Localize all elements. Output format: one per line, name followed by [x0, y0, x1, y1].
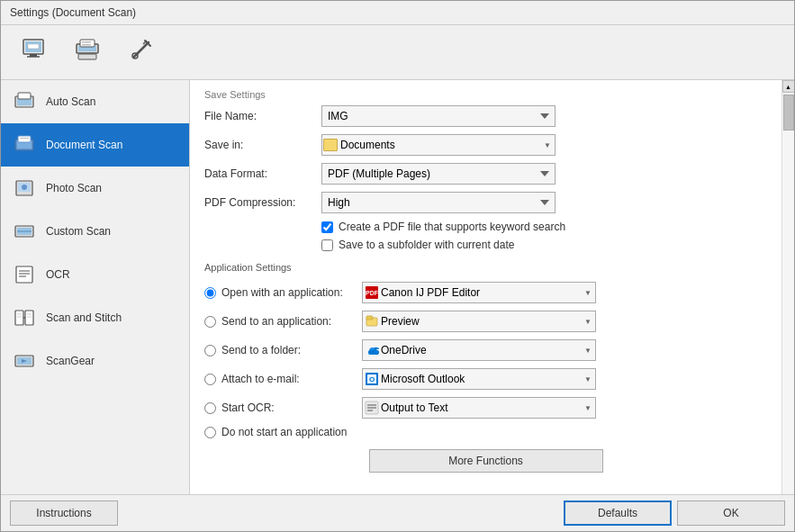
send-to-app-container[interactable]: Preview: [362, 311, 596, 332]
start-ocr-radio[interactable]: [204, 402, 216, 414]
file-name-select[interactable]: IMG: [321, 105, 556, 127]
more-functions-button[interactable]: More Functions: [369, 449, 603, 473]
tools-icon: [129, 37, 154, 68]
content-area: Save Settings File Name: IMG Save in: Do…: [190, 80, 781, 494]
save-in-container[interactable]: Documents: [321, 134, 556, 156]
keyword-search-checkbox[interactable]: [321, 221, 333, 233]
custom-scan-label: Custom Scan: [46, 225, 111, 238]
send-to-folder-radio[interactable]: [204, 345, 216, 356]
send-to-folder-label[interactable]: Send to a folder:: [221, 344, 357, 356]
start-ocr-select[interactable]: Output to Text: [381, 398, 595, 418]
save-in-row: Save in: Documents: [204, 134, 767, 156]
auto-scan-icon: [12, 89, 37, 114]
svg-line-11: [134, 42, 149, 57]
instructions-button[interactable]: Instructions: [10, 500, 118, 526]
attach-email-container[interactable]: O Microsoft Outlook: [362, 368, 596, 390]
radio-open-with-row: Open with an application: PDF Canon IJ P…: [204, 282, 767, 303]
sidebar-item-scan-and-stitch[interactable]: Scan and Stitch: [1, 296, 189, 339]
scrollbar-up-button[interactable]: ▲: [782, 80, 795, 93]
radio-send-to-app-row: Send to an application: Preview: [204, 311, 767, 332]
no-app-label[interactable]: Do not start an application: [221, 426, 357, 438]
open-with-label[interactable]: Open with an application:: [221, 286, 357, 299]
open-with-select[interactable]: Canon IJ PDF Editor: [381, 283, 595, 302]
radio-send-to-folder-row: Send to a folder: OneDrive: [204, 339, 767, 361]
sidebar-item-document-scan[interactable]: Document Scan: [1, 123, 189, 167]
file-name-row: File Name: IMG: [204, 105, 767, 127]
svg-rect-7: [80, 40, 95, 47]
file-name-label: File Name:: [204, 110, 321, 122]
svg-rect-9: [82, 44, 91, 46]
start-ocr-label[interactable]: Start OCR:: [221, 401, 357, 414]
send-to-app-label[interactable]: Send to an application:: [221, 315, 357, 328]
send-to-app-select[interactable]: Preview: [381, 311, 595, 331]
documents-icon: [322, 135, 340, 155]
keyword-search-label[interactable]: Create a PDF file that supports keyword …: [339, 221, 565, 233]
monitor-icon: [21, 37, 46, 68]
photo-scan-icon: [12, 176, 37, 201]
outlook-icon: O: [363, 369, 381, 389]
scan-and-stitch-label: Scan and Stitch: [46, 311, 122, 324]
ocr-label: OCR: [46, 268, 70, 281]
app-settings-title: Application Settings: [204, 262, 767, 273]
toolbar: [1, 25, 794, 80]
attach-email-radio[interactable]: [204, 374, 216, 385]
scan-stitch-icon: [12, 305, 37, 330]
sidebar-item-ocr[interactable]: OCR: [1, 253, 189, 296]
window-title: Settings (Document Scan): [10, 6, 136, 19]
tab-auto-button[interactable]: [8, 29, 59, 76]
data-format-select[interactable]: PDF (Multiple Pages): [321, 163, 556, 185]
send-to-app-radio[interactable]: [204, 316, 216, 328]
subfolder-date-checkbox[interactable]: [321, 239, 333, 251]
title-bar: Settings (Document Scan): [1, 1, 794, 25]
svg-rect-8: [82, 41, 91, 43]
main-window: Settings (Document Scan): [0, 0, 795, 532]
save-in-label: Save in:: [204, 139, 321, 151]
svg-rect-21: [20, 138, 29, 139]
document-scan-icon: [12, 132, 37, 158]
pdf-compression-row: PDF Compression: High Standard Low: [204, 192, 767, 213]
send-to-folder-select[interactable]: OneDrive: [381, 340, 595, 360]
svg-rect-4: [28, 44, 39, 49]
document-scan-label: Document Scan: [46, 139, 122, 151]
open-with-container[interactable]: PDF Canon IJ PDF Editor: [362, 282, 596, 303]
scangear-label: ScanGear: [46, 355, 95, 367]
start-ocr-container[interactable]: Output to Text: [362, 397, 596, 419]
sidebar-item-auto-scan[interactable]: Auto Scan: [1, 80, 189, 123]
attach-email-select[interactable]: Microsoft Outlook: [381, 369, 595, 389]
no-app-radio[interactable]: [204, 427, 216, 438]
subfolder-date-label[interactable]: Save to a subfolder with current date: [339, 239, 514, 251]
checkbox-keyword-search-row: Create a PDF file that supports keyword …: [321, 221, 767, 233]
save-in-select[interactable]: Documents: [340, 135, 555, 155]
svg-text:PDF: PDF: [366, 290, 379, 296]
ok-button[interactable]: OK: [677, 500, 785, 526]
scanner-icon: [75, 37, 100, 68]
sidebar: Auto Scan Document Scan: [1, 80, 190, 494]
scrollbar[interactable]: ▲: [781, 80, 794, 494]
footer-left: Instructions: [10, 500, 118, 526]
tab-document-button[interactable]: [62, 29, 113, 76]
data-format-label: Data Format:: [204, 167, 321, 180]
ocr-icon: [12, 262, 37, 287]
radio-start-ocr-row: Start OCR: Output to Text: [204, 397, 767, 419]
main-content: Auto Scan Document Scan: [1, 80, 794, 494]
svg-rect-46: [368, 350, 379, 355]
open-with-radio[interactable]: [204, 287, 216, 299]
pdf-compression-select[interactable]: High Standard Low: [321, 192, 556, 213]
preview-icon: [363, 311, 381, 331]
photo-scan-label: Photo Scan: [46, 182, 102, 194]
sidebar-item-scangear[interactable]: ScanGear: [1, 339, 189, 383]
defaults-button[interactable]: Defaults: [564, 500, 672, 526]
svg-rect-45: [366, 316, 373, 320]
sidebar-item-custom-scan[interactable]: Custom Scan: [1, 210, 189, 253]
svg-rect-28: [16, 266, 32, 283]
send-to-folder-container[interactable]: OneDrive: [362, 339, 596, 361]
svg-rect-10: [78, 54, 96, 59]
svg-point-24: [22, 185, 27, 190]
svg-text:O: O: [369, 375, 375, 383]
svg-rect-20: [18, 136, 31, 142]
attach-email-label[interactable]: Attach to e-mail:: [221, 373, 357, 385]
tab-tools-button[interactable]: [116, 29, 167, 76]
pdf-app-icon: PDF: [363, 283, 381, 302]
scrollbar-thumb[interactable]: [783, 95, 794, 131]
sidebar-item-photo-scan[interactable]: Photo Scan: [1, 167, 189, 210]
